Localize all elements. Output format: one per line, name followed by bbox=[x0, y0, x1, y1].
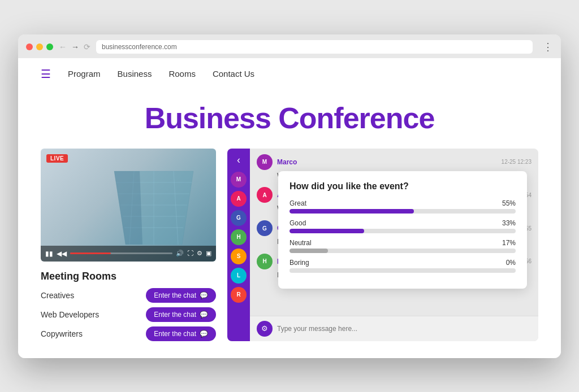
poll-bar-bg-neutral bbox=[290, 249, 516, 253]
poll-bar-bg-boring bbox=[290, 268, 516, 273]
poll-label-neutral: Neutral bbox=[290, 239, 312, 247]
reload-button[interactable]: ⟳ bbox=[84, 42, 90, 51]
page-content: ☰ Program Business Rooms Contact Us Busi… bbox=[18, 58, 561, 358]
enter-chat-creatives[interactable]: Enter the chat 💬 bbox=[146, 288, 216, 303]
poll-bar-fill-great bbox=[290, 209, 414, 214]
sidebar-avatar-5[interactable]: S bbox=[231, 249, 247, 264]
poll-bar-fill-neutral bbox=[290, 249, 328, 253]
poll-label-row-good: Good 33% bbox=[290, 219, 516, 227]
sidebar-avatar-7[interactable]: R bbox=[231, 287, 247, 303]
poll-item-boring: Boring 0% bbox=[290, 259, 516, 273]
browser-chrome: ← → ⟳ ⋮ bbox=[18, 34, 561, 58]
poll-bar-bg-great bbox=[290, 209, 516, 214]
video-player[interactable]: LIVE ▮▮ ◀◀ 🔊 ⛶ ⚙ ▣ bbox=[41, 149, 216, 262]
nav-links: Program Business Rooms Contact Us bbox=[68, 69, 254, 79]
poll-pct-great: 55% bbox=[502, 199, 516, 207]
chat-sidebar: ‹ M A G H S L R bbox=[227, 149, 250, 341]
hero-section: Business Conference bbox=[18, 90, 561, 149]
sidebar-avatar-3[interactable]: G bbox=[231, 210, 247, 226]
chat-settings-icon[interactable]: ⚙ bbox=[257, 321, 273, 337]
poll-pct-good: 33% bbox=[502, 219, 516, 227]
chat-input-bar: ⚙ bbox=[250, 316, 538, 341]
enter-chat-webdev[interactable]: Enter the chat 💬 bbox=[146, 307, 216, 322]
chat-bubble-icon-3: 💬 bbox=[200, 330, 208, 338]
msg-avatar-glenn: G bbox=[257, 220, 273, 236]
video-controls[interactable]: ▮▮ ◀◀ 🔊 ⛶ ⚙ ▣ bbox=[41, 246, 216, 262]
hamburger-icon[interactable]: ☰ bbox=[41, 67, 51, 81]
avatar-list: M A G H S L R bbox=[231, 172, 247, 303]
main-content: LIVE ▮▮ ◀◀ 🔊 ⛶ ⚙ ▣ bbox=[18, 149, 561, 358]
browser-window: ← → ⟳ ⋮ ☰ Program Business Rooms Contact… bbox=[18, 34, 561, 358]
poll-pct-boring: 0% bbox=[506, 259, 516, 267]
poll-title: How did you like the event? bbox=[290, 181, 516, 191]
poll-label-great: Great bbox=[290, 199, 306, 207]
sidebar-avatar-1[interactable]: M bbox=[231, 172, 247, 188]
chat-bubble-icon-2: 💬 bbox=[200, 311, 208, 319]
progress-fill bbox=[70, 252, 111, 254]
pip-icon[interactable]: ▣ bbox=[206, 250, 211, 257]
msg-avatar-marco: M bbox=[257, 154, 273, 170]
enter-chat-copywriters[interactable]: Enter the chat 💬 bbox=[146, 326, 216, 341]
chat-bubble-icon: 💬 bbox=[200, 291, 208, 299]
msg-time-1: 12-25 12:23 bbox=[502, 159, 532, 165]
forward-button[interactable]: → bbox=[71, 42, 79, 51]
sidebar-avatar-2[interactable]: A bbox=[231, 191, 247, 207]
svg-marker-9 bbox=[114, 171, 142, 245]
maximize-button[interactable] bbox=[46, 43, 53, 50]
poll-pct-neutral: 17% bbox=[502, 239, 516, 247]
page-title: Business Conference bbox=[29, 101, 550, 135]
navbar: ☰ Program Business Rooms Contact Us bbox=[18, 58, 561, 90]
nav-business[interactable]: Business bbox=[118, 69, 152, 79]
browser-menu-icon[interactable]: ⋮ bbox=[543, 41, 553, 53]
live-badge: LIVE bbox=[46, 154, 68, 163]
poll-overlay: How did you like the event? Great 55% Go… bbox=[278, 171, 527, 289]
volume-icon[interactable]: 🔊 bbox=[176, 250, 184, 257]
room-item-creatives: Creatives Enter the chat 💬 bbox=[41, 288, 216, 303]
back-button[interactable]: ← bbox=[59, 42, 67, 51]
room-item-copywriters: Copywriters Enter the chat 💬 bbox=[41, 326, 216, 341]
poll-label-row-boring: Boring 0% bbox=[290, 259, 516, 267]
nav-rooms[interactable]: Rooms bbox=[168, 69, 196, 79]
chat-input[interactable] bbox=[277, 325, 532, 333]
nav-contact[interactable]: Contact Us bbox=[213, 69, 254, 79]
building-graphic bbox=[103, 160, 205, 245]
poll-bar-bg-good bbox=[290, 229, 516, 233]
msg-avatar-henry: H bbox=[257, 254, 273, 269]
sidebar-avatar-4[interactable]: H bbox=[231, 229, 247, 245]
poll-item-good: Good 33% bbox=[290, 219, 516, 233]
video-control-icons: 🔊 ⛶ ⚙ ▣ bbox=[176, 250, 211, 257]
room-name-creatives: Creatives bbox=[41, 291, 74, 300]
poll-label-good: Good bbox=[290, 219, 306, 227]
msg-name-marco: Marco bbox=[277, 158, 297, 166]
nav-program[interactable]: Program bbox=[68, 69, 101, 79]
play-button[interactable]: ▮▮ bbox=[45, 250, 53, 258]
poll-label-boring: Boring bbox=[290, 259, 309, 267]
poll-item-neutral: Neutral 17% bbox=[290, 239, 516, 253]
left-panel: LIVE ▮▮ ◀◀ 🔊 ⛶ ⚙ ▣ bbox=[41, 149, 216, 341]
sidebar-avatar-6[interactable]: L bbox=[231, 268, 247, 284]
msg-header-1: M Marco 12-25 12:23 bbox=[257, 154, 532, 170]
room-item-webdev: Web Developers Enter the chat 💬 bbox=[41, 307, 216, 322]
close-button[interactable] bbox=[26, 43, 33, 50]
minimize-button[interactable] bbox=[36, 43, 43, 50]
poll-item-great: Great 55% bbox=[290, 199, 516, 214]
room-name-copywriters: Copywriters bbox=[41, 329, 83, 338]
room-list: Creatives Enter the chat 💬 Web Developer… bbox=[41, 288, 216, 341]
poll-bar-fill-good bbox=[290, 229, 364, 233]
browser-navigation: ← → ⟳ bbox=[59, 42, 90, 51]
rewind-button[interactable]: ◀◀ bbox=[57, 250, 67, 258]
poll-label-row-great: Great 55% bbox=[290, 199, 516, 207]
back-icon[interactable]: ‹ bbox=[237, 154, 240, 166]
meeting-rooms-heading: Meeting Rooms bbox=[41, 271, 216, 282]
progress-bar[interactable] bbox=[70, 252, 172, 254]
msg-avatar-annie: A bbox=[257, 187, 273, 203]
poll-label-row-neutral: Neutral 17% bbox=[290, 239, 516, 247]
settings-icon[interactable]: ⚙ bbox=[197, 250, 202, 257]
chat-panel: ‹ M A G H S L R bbox=[227, 149, 538, 341]
fullscreen-icon[interactable]: ⛶ bbox=[187, 250, 193, 257]
room-name-webdev: Web Developers bbox=[41, 310, 99, 319]
traffic-lights bbox=[26, 43, 53, 50]
address-bar[interactable] bbox=[96, 40, 533, 54]
